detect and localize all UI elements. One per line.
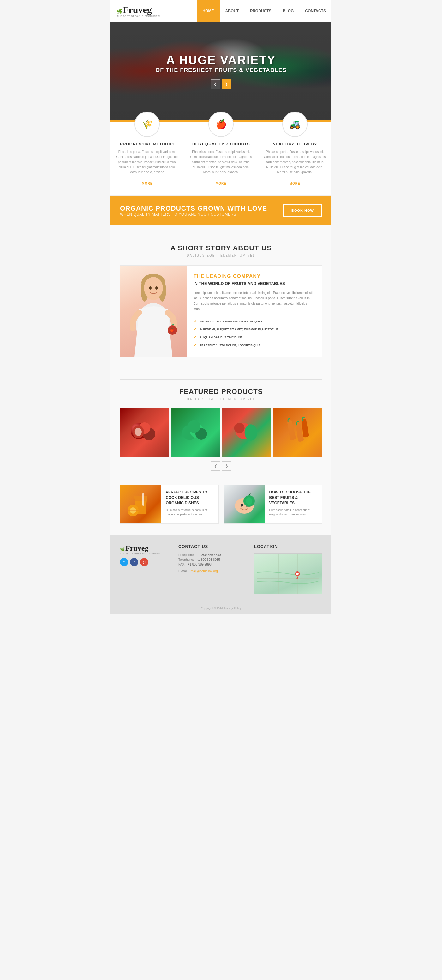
svg-point-4 (144, 277, 163, 299)
footer-logo-tagline: THE BEST ORGANIC PRODUCTS! (120, 553, 171, 555)
footer-location-title: LOCATION (254, 544, 322, 549)
blog-content-1: PERFECT RECIPES TO COOK DELICIOUS ORGANI… (161, 485, 219, 523)
blog-card-1[interactable]: PERFECT RECIPES TO COOK DELICIOUS ORGANI… (120, 485, 219, 523)
hero-title: A HUGE VARIETY (155, 53, 287, 67)
blog-text-2: Cum sociis natoque penatibus et magnis d… (269, 508, 318, 517)
product-prev-button[interactable]: ❮ (211, 461, 220, 471)
footer-freephone-row: Freephone: +1 800 559 6580 (178, 553, 246, 557)
about-section-title: A SHORT STORY ABOUT US (120, 244, 322, 252)
features-section: 🌾 PROGRESSIVE METHODS Phasellus porta. F… (111, 120, 331, 196)
about-content: THE LEADING COMPANY IN THE WORLD OF FRUI… (187, 266, 322, 357)
blog-section: PERFECT RECIPES TO COOK DELICIOUS ORGANI… (111, 482, 331, 535)
promo-sub-text: WHEN QUALITY MATTERS TO YOU AND YOUR CUS… (120, 212, 267, 216)
promo-banner: ORGANIC PRODUCTS GROWN WITH LOVE WHEN QU… (111, 196, 331, 225)
nav-item-about[interactable]: ABOUT (220, 0, 245, 22)
product-grid (120, 408, 322, 457)
book-now-button[interactable]: BOOK NOW (283, 204, 322, 217)
about-description: Lorem ipsum dolor sit amet, consectetuer… (193, 290, 315, 312)
svg-point-29 (241, 504, 243, 507)
footer-logo-text: Fruveg (125, 544, 148, 553)
footer-logo-area: 🌿 Fruveg THE BEST ORGANIC PRODUCTS! t f … (120, 544, 171, 566)
check-item-4: ✓ PRAESENT JUSTO DOLOR, LOBORTIS QUIS (193, 341, 315, 349)
feature-title-1: PROGRESSIVE METHODS (115, 142, 179, 146)
hero-subtitle: OF THE FRESHEST FRUITS & VEGETABLES (155, 67, 287, 74)
about-section: A SHORT STORY ABOUT US DABIBUS EGET, ELE… (111, 225, 331, 368)
blog-title-1: PERFECT RECIPES TO COOK DELICIOUS ORGANI… (166, 490, 214, 506)
facebook-button[interactable]: f (130, 558, 138, 566)
feature-more-btn-3[interactable]: MORE (284, 180, 306, 188)
feature-icon-wrap-3: 🚜 (282, 111, 307, 137)
check-icon-1: ✓ (193, 319, 197, 324)
products-title: FEATURED PRODUCTS (120, 388, 322, 396)
feature-quality: 🍎 BEST QUALITY PRODUCTS Phasellus porta.… (184, 120, 258, 196)
apple-product-icon (127, 415, 162, 450)
logo-leaf-icon: 🌿 (117, 9, 122, 14)
footer-freephone-label: Freephone: (178, 553, 195, 557)
hero-content: A HUGE VARIETY OF THE FRESHEST FRUITS & … (155, 53, 287, 89)
products-sub: DABIBUS EGET, ELEMENTUM VEL (120, 398, 322, 401)
svg-point-22 (234, 423, 244, 433)
blog-text-1: Cum sociis natoque penatibus et magnis d… (166, 508, 214, 517)
product-card-apples[interactable] (120, 408, 169, 457)
footer-contact-section: CONTACT US Freephone: +1 800 559 6580 Te… (178, 544, 246, 573)
promo-text-area: ORGANIC PRODUCTS GROWN WITH LOVE WHEN QU… (120, 205, 267, 216)
juice-glass-icon (128, 490, 154, 519)
check-item-2: ✓ IN PEDE MI, ALIQUET SIT AMET, EUISMOD … (193, 325, 315, 333)
footer-map[interactable] (254, 553, 322, 594)
footer-email-link[interactable]: mail@demolink.org (191, 570, 218, 573)
about-section-sub: DABIBUS EGET, ELEMENTUM VEL (120, 254, 322, 257)
check-item-3: ✓ ALIQUAM DAPIBUS TINCIDUNT (193, 333, 315, 341)
svg-point-19 (188, 420, 201, 433)
products-divider (120, 379, 322, 380)
nav-item-products[interactable]: PRODUCTS (244, 0, 277, 22)
blog-card-2[interactable]: HOW TO CHOOSE THE BEST FRUITS & VEGETABL… (223, 485, 322, 523)
person-svg: 🍎 (122, 268, 185, 357)
svg-point-32 (246, 497, 252, 505)
feature-more-btn-2[interactable]: MORE (210, 180, 232, 188)
green-apple-product-icon (178, 415, 213, 450)
blog-image-1 (120, 485, 161, 523)
hero-next-button[interactable]: ❯ (222, 80, 231, 89)
pepper-product-icon (229, 415, 264, 450)
product-card-carrots[interactable] (273, 408, 322, 457)
blog-content-2: HOW TO CHOOSE THE BEST FRUITS & VEGETABL… (265, 485, 322, 523)
hero-arrows: ❮ ❯ (155, 80, 287, 89)
footer-email-label: E-mail: (178, 570, 188, 573)
footer-social-icons: t f g+ (120, 558, 171, 566)
nav-item-contacts[interactable]: CONTACTS (299, 0, 331, 22)
footer-fax-value: +1 800 389 9898 (187, 563, 211, 566)
footer-fax-label: FAX: (178, 563, 185, 566)
footer-telephone-label: Telephone: (178, 558, 194, 562)
footer-freephone-value: +1 800 559 6580 (197, 553, 221, 557)
twitter-button[interactable]: t (120, 558, 128, 566)
feature-icon-wrap-2: 🍎 (208, 111, 234, 137)
svg-point-21 (244, 424, 257, 441)
header: 🌿 Fruveg THE BEST ORGANIC PRODUCTS! HOME… (111, 0, 331, 22)
logo-text: Fruveg (123, 5, 152, 15)
googleplus-button[interactable]: g+ (140, 558, 148, 566)
nav-item-blog[interactable]: BLOG (277, 0, 299, 22)
check-icon-3: ✓ (193, 335, 197, 339)
about-person-image: 🍎 (120, 266, 187, 357)
check-icon-4: ✓ (193, 343, 197, 347)
map-svg (255, 554, 322, 594)
svg-rect-23 (143, 493, 144, 506)
nav-item-home[interactable]: HOME (197, 0, 220, 22)
footer-telephone-row: Telephone: +1 800 603 6035 (178, 558, 246, 562)
feature-more-btn-1[interactable]: MORE (136, 180, 158, 188)
feature-icon-wrap-1: 🌾 (135, 111, 160, 137)
footer-grid: 🌿 Fruveg THE BEST ORGANIC PRODUCTS! t f … (120, 544, 322, 594)
feature-text-3: Phasellus porta. Fusce suscipit varius m… (263, 150, 327, 175)
feature-title-2: BEST QUALITY PRODUCTS (189, 142, 253, 146)
footer-contact-title: CONTACT US (178, 544, 246, 549)
hero-prev-button[interactable]: ❮ (211, 80, 220, 89)
product-card-green-apples[interactable] (171, 408, 220, 457)
hero-section: A HUGE VARIETY OF THE FRESHEST FRUITS & … (111, 22, 331, 120)
about-company-name: THE LEADING COMPANY (193, 274, 315, 279)
product-next-button[interactable]: ❯ (222, 461, 231, 471)
svg-text:🍎: 🍎 (170, 328, 174, 332)
products-section: FEATURED PRODUCTS DABIBUS EGET, ELEMENTU… (111, 368, 331, 482)
product-card-peppers[interactable] (222, 408, 271, 457)
carrot-product-icon (280, 415, 315, 450)
svg-point-15 (135, 428, 142, 436)
